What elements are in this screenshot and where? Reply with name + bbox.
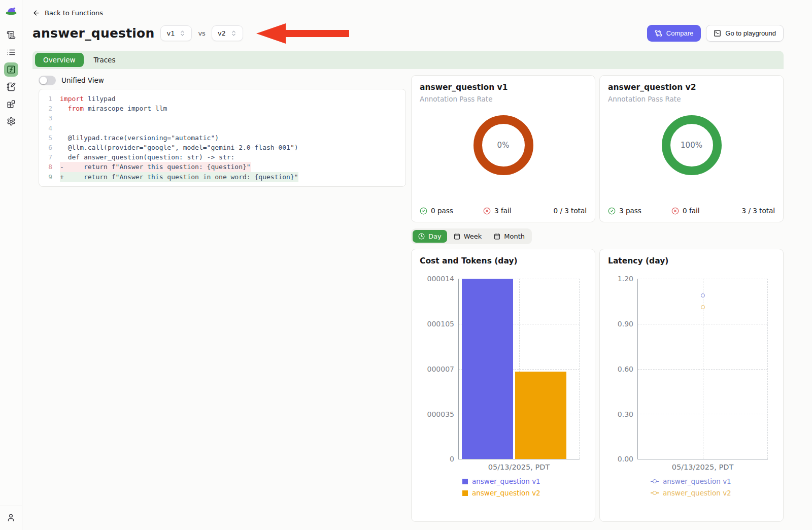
- week-label: Week: [464, 233, 482, 240]
- version-right-value: v2: [218, 29, 226, 37]
- legend-swatch: [462, 479, 468, 484]
- latency-chart-card: Latency (day) 1.20 0.90 0.60 0.30 0.00: [599, 249, 784, 522]
- donut-percentage: 0%: [497, 141, 510, 150]
- legend-item-v2: answer_question v2: [651, 489, 775, 497]
- chart-legend: answer_question v1 answer_question v2: [651, 477, 775, 497]
- code-line: 3: [39, 113, 405, 123]
- x-tick-label: 05/13/2025, PDT: [637, 463, 768, 471]
- function-icon[interactable]: [4, 62, 18, 77]
- code-line: 8- return f"Answer this question: {quest…: [39, 162, 405, 172]
- red-arrow-annotation: [256, 22, 349, 45]
- total-stat: 0 / 3 total: [554, 207, 587, 215]
- scroll-icon[interactable]: [4, 28, 18, 42]
- donut-percentage: 100%: [681, 141, 702, 150]
- cost-tokens-chart-card: Cost and Tokens (day) 000014 000105 0000…: [411, 249, 595, 522]
- pass-rate-card-v1: answer_question v1 Annotation Pass Rate …: [411, 75, 595, 222]
- fail-count: 3 fail: [494, 207, 511, 215]
- legend-item-v2: answer_question v2: [462, 489, 587, 497]
- list-icon[interactable]: [4, 45, 18, 59]
- bar-v1[interactable]: [462, 279, 513, 459]
- code-column: Unified View 1import lilypad2 from miras…: [39, 75, 406, 530]
- back-to-functions-link[interactable]: Back to Functions: [32, 9, 103, 17]
- bar-v2[interactable]: [515, 372, 566, 459]
- blocks-icon[interactable]: [4, 97, 18, 111]
- chart-cards: Cost and Tokens (day) 000014 000105 0000…: [411, 249, 784, 522]
- toggle-knob: [40, 77, 47, 84]
- tab-overview[interactable]: Overview: [35, 53, 84, 67]
- pass-count: 0 pass: [431, 207, 453, 215]
- total-stat: 3 / 3 total: [742, 207, 775, 215]
- legend-item-v1: answer_question v1: [462, 477, 587, 485]
- card-title: answer_question v1: [420, 83, 587, 92]
- back-label: Back to Functions: [45, 9, 103, 17]
- x-circle-icon: [483, 207, 491, 215]
- version-select-right[interactable]: v2: [212, 25, 243, 41]
- content: Unified View 1import lilypad2 from miras…: [32, 69, 784, 530]
- plot-area: [458, 279, 580, 459]
- fail-stat: 3 fail: [483, 207, 554, 215]
- chart-title: Cost and Tokens (day): [420, 256, 587, 266]
- vs-label: vs: [198, 29, 205, 37]
- version-select-left[interactable]: v1: [160, 25, 192, 41]
- scatter-point-v1[interactable]: [701, 293, 705, 297]
- period-segmented-control: Day Week Month: [411, 228, 532, 244]
- page-title: answer_question: [32, 26, 154, 41]
- cost-chart: 000014 000105 000007 000035 0: [420, 279, 587, 459]
- unified-view-row: Unified View: [39, 75, 406, 85]
- legend-item-v1: answer_question v1: [651, 477, 775, 485]
- legend-label: answer_question v2: [472, 489, 540, 497]
- lilypad-frog-logo[interactable]: [5, 5, 18, 16]
- month-label: Month: [504, 233, 525, 240]
- chevrons-up-down-icon: [179, 30, 186, 37]
- y-tick-label: 0.90: [608, 320, 633, 328]
- tabs: Overview Traces: [32, 51, 784, 69]
- metrics-column: answer_question v1 Annotation Pass Rate …: [411, 75, 784, 530]
- sidebar: [0, 0, 22, 530]
- y-tick-label: 000035: [420, 410, 454, 418]
- card-subtitle: Annotation Pass Rate: [608, 95, 775, 103]
- version-left-value: v1: [166, 29, 175, 37]
- week-button[interactable]: Week: [448, 230, 488, 243]
- pass-stat: 3 pass: [608, 207, 671, 215]
- title-row: answer_question v1 vs v2 Compare: [32, 21, 784, 45]
- tab-traces[interactable]: Traces: [86, 53, 124, 67]
- code-lines: 1import lilypad2 from mirascope import l…: [39, 94, 405, 182]
- month-button[interactable]: Month: [488, 230, 530, 243]
- main-area: Back to Functions answer_question v1 vs …: [22, 0, 812, 530]
- day-label: Day: [428, 233, 442, 240]
- user-icon[interactable]: [0, 506, 22, 530]
- legend-label: answer_question v2: [663, 489, 731, 497]
- y-tick-label: 1.20: [608, 275, 633, 283]
- chevrons-up-down-icon: [230, 30, 237, 37]
- calendar-icon: [454, 233, 460, 240]
- day-button[interactable]: Day: [413, 230, 447, 243]
- unified-view-toggle[interactable]: [39, 76, 56, 85]
- pass-rate-cards: answer_question v1 Annotation Pass Rate …: [411, 75, 784, 222]
- compare-label: Compare: [666, 29, 693, 37]
- pass-rate-card-v2: answer_question v2 Annotation Pass Rate …: [599, 75, 784, 222]
- go-to-playground-button[interactable]: Go to playground: [706, 25, 784, 42]
- terminal-square-icon: [714, 29, 721, 37]
- scatter-point-v2[interactable]: [701, 305, 705, 309]
- code-line: 1import lilypad: [39, 94, 405, 104]
- calendar-days-icon: [494, 233, 500, 240]
- notebook-pen-icon[interactable]: [4, 80, 18, 94]
- y-tick-label: 0.30: [608, 410, 633, 418]
- pass-count: 3 pass: [619, 207, 641, 215]
- gridline: [767, 279, 768, 459]
- fail-stat: 0 fail: [671, 207, 742, 215]
- y-tick-label: 0.60: [608, 365, 633, 373]
- header-actions: Compare Go to playground: [647, 25, 784, 42]
- x-circle-icon: [671, 207, 679, 215]
- code-line: 6 @llm.call(provider="google", model="ge…: [39, 143, 405, 152]
- y-tick-label: 000014: [420, 275, 454, 283]
- compare-button[interactable]: Compare: [647, 25, 701, 42]
- y-tick-label: 000105: [420, 320, 454, 328]
- settings-icon[interactable]: [4, 114, 18, 128]
- sidebar-nav: [4, 28, 18, 128]
- plot-area: [637, 279, 768, 459]
- legend-label: answer_question v1: [472, 477, 540, 485]
- card-stats: 3 pass 0 fail 3 / 3 total: [608, 207, 775, 215]
- period-selector: Day Week Month: [411, 228, 784, 244]
- code-line: 5 @lilypad.trace(versioning="automatic"): [39, 133, 405, 143]
